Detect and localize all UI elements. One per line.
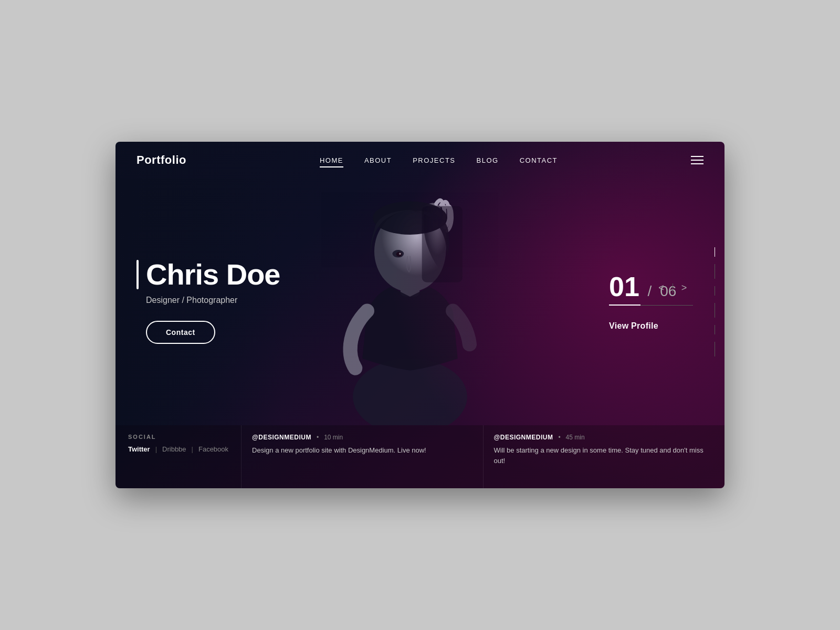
social-dribbble[interactable]: Dribbbe — [162, 445, 186, 453]
site-logo[interactable]: Portfolio — [136, 153, 186, 167]
progress-filled — [609, 304, 640, 306]
progress-empty — [640, 305, 693, 306]
social-sep-1: | — [155, 445, 157, 453]
tweet-1-handle: @DESIGNMEDIUM — [252, 434, 311, 441]
slide-current: 01 — [609, 273, 639, 300]
tweet-1: @DESIGNMEDIUM • 10 min Design a new port… — [241, 425, 482, 488]
tweet-2-handle: @DESIGNMEDIUM — [494, 434, 553, 441]
main-nav: HOME ABOUT PROJECTS BLOG CONTACT — [320, 156, 558, 164]
hero-right-content: 01 / 06 < > View Profile — [609, 273, 693, 331]
name-accent-bar — [136, 260, 139, 289]
prev-slide-button[interactable]: < — [658, 282, 664, 293]
social-facebook[interactable]: Facebook — [198, 445, 228, 453]
tweet-2-text: Will be starting a new design in some ti… — [494, 445, 714, 466]
svg-point-7 — [399, 253, 401, 255]
nav-home[interactable]: HOME — [320, 156, 343, 164]
hero-photo — [310, 168, 510, 425]
dash-4 — [715, 303, 715, 318]
social-label-area: SOCIAL Twitter | Dribbbe | Facebook — [116, 425, 241, 488]
tweet-1-meta: @DESIGNMEDIUM • 10 min — [252, 434, 472, 441]
hamburger-menu[interactable] — [691, 156, 704, 164]
dash-3 — [715, 286, 715, 296]
social-label: SOCIAL — [128, 434, 228, 440]
dash-1 — [715, 247, 715, 257]
tweet-1-dot: • — [317, 434, 319, 441]
social-twitter[interactable]: Twitter — [128, 445, 150, 453]
svg-rect-8 — [422, 206, 463, 282]
dash-5 — [715, 325, 715, 334]
hero-name: Chris Doe — [146, 260, 280, 289]
tweet-1-text: Design a new portfolio site with DesignM… — [252, 445, 472, 456]
hero-left-content: Chris Doe Designer / Photographer Contac… — [136, 260, 280, 344]
browser-window: Portfolio HOME ABOUT PROJECTS BLOG CONTA… — [116, 142, 724, 488]
dash-2 — [715, 264, 715, 279]
view-profile-link[interactable]: View Profile — [609, 321, 693, 331]
hamburger-line-2 — [691, 160, 704, 161]
nav-projects[interactable]: PROJECTS — [413, 156, 455, 164]
nav-contact[interactable]: CONTACT — [520, 156, 558, 164]
social-bar: SOCIAL Twitter | Dribbbe | Facebook @DES… — [116, 425, 724, 488]
header: Portfolio HOME ABOUT PROJECTS BLOG CONTA… — [116, 142, 724, 178]
tweet-2: @DESIGNMEDIUM • 45 min Will be starting … — [483, 425, 724, 488]
hero-title: Designer / Photographer — [146, 296, 280, 305]
dash-6 — [715, 342, 715, 356]
hamburger-line-3 — [691, 163, 704, 164]
tweet-2-time: 45 min — [566, 434, 585, 441]
next-slide-button[interactable]: > — [681, 282, 687, 293]
slide-divider: / — [644, 283, 656, 300]
arrow-separator — [673, 284, 673, 293]
hamburger-line-1 — [691, 156, 704, 157]
nav-about[interactable]: ABOUT — [364, 156, 392, 164]
tweets-area: @DESIGNMEDIUM • 10 min Design a new port… — [241, 425, 724, 488]
svg-point-6 — [396, 252, 402, 257]
slide-progress — [609, 304, 693, 306]
name-block: Chris Doe — [136, 260, 280, 289]
slide-controls: < > — [658, 282, 687, 293]
tweet-1-time: 10 min — [324, 434, 343, 441]
nav-blog[interactable]: BLOG — [477, 156, 499, 164]
hero-section: Chris Doe Designer / Photographer Contac… — [116, 178, 724, 425]
tweet-2-dot: • — [558, 434, 560, 441]
social-sep-2: | — [192, 445, 193, 453]
social-links: Twitter | Dribbbe | Facebook — [128, 445, 228, 453]
contact-button[interactable]: Contact — [146, 321, 215, 344]
person-silhouette — [321, 168, 499, 425]
tweet-2-meta: @DESIGNMEDIUM • 45 min — [494, 434, 714, 441]
vertical-dashes — [715, 247, 715, 356]
main-background: Portfolio HOME ABOUT PROJECTS BLOG CONTA… — [116, 142, 724, 488]
